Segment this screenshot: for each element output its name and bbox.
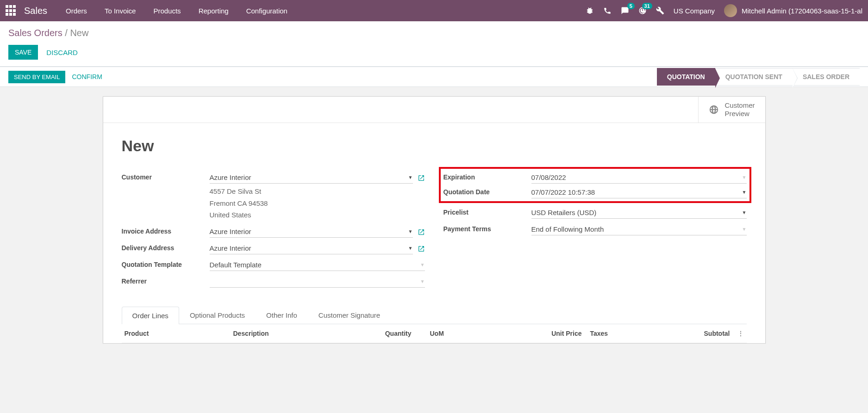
- highlight-box: Expiration 07/08/2022 ▼ Quotation Date: [439, 167, 751, 203]
- chevron-down-icon: ▼: [420, 262, 425, 267]
- tab-other-info[interactable]: Other Info: [256, 306, 308, 324]
- status-quotation[interactable]: QUOTATION: [657, 68, 715, 86]
- expiration-input[interactable]: 07/08/2022 ▼: [531, 172, 747, 184]
- top-navbar: Sales Orders To Invoice Products Reporti…: [0, 0, 868, 21]
- phone-icon[interactable]: [603, 6, 612, 15]
- confirm-button[interactable]: CONFIRM: [72, 73, 102, 80]
- messages-badge: 5: [627, 3, 635, 9]
- statusbar: QUOTATION QUOTATION SENT SALES ORDER: [657, 68, 860, 86]
- col-uom: UoM: [412, 330, 472, 337]
- chevron-down-icon: ▼: [420, 279, 425, 284]
- chevron-down-icon: ▼: [408, 246, 413, 251]
- apps-icon[interactable]: [6, 5, 17, 16]
- form-sheet: Customer Preview New Customer Azure Inte…: [103, 96, 766, 344]
- globe-icon: [709, 105, 719, 115]
- quotation-date-input[interactable]: 07/07/2022 10:57:38 ▼: [531, 186, 747, 198]
- customer-input[interactable]: Azure Interior ▼: [210, 172, 413, 184]
- tab-order-lines[interactable]: Order Lines: [122, 307, 179, 324]
- payment-terms-input[interactable]: End of Following Month ▼: [531, 223, 747, 235]
- external-link-icon[interactable]: [418, 245, 425, 253]
- activity-icon[interactable]: 31: [638, 6, 647, 15]
- breadcrumb-root[interactable]: Sales Orders: [8, 28, 62, 38]
- invoice-address-label: Invoice Address: [122, 226, 210, 235]
- menu-products[interactable]: Products: [153, 7, 181, 15]
- tab-customer-signature[interactable]: Customer Signature: [308, 306, 391, 324]
- kebab-icon[interactable]: ⋮: [730, 330, 744, 337]
- tabs: Order Lines Optional Products Other Info…: [122, 306, 747, 324]
- order-lines-header: Product Description Quantity UoM Unit Pr…: [122, 324, 747, 343]
- col-product: Product: [125, 330, 233, 337]
- user-name: Mitchell Admin (17204063-saas-15-1-al: [742, 7, 862, 15]
- referrer-label: Referrer: [122, 276, 210, 285]
- statusbar-row: SEND BY EMAIL CONFIRM QUOTATION QUOTATIO…: [0, 67, 868, 87]
- app-brand[interactable]: Sales: [24, 6, 47, 16]
- col-subtotal: Subtotal: [665, 330, 730, 337]
- menu-to-invoice[interactable]: To Invoice: [105, 7, 136, 15]
- breadcrumb-current: New: [70, 28, 88, 38]
- messages-icon[interactable]: 5: [621, 6, 629, 15]
- send-email-button[interactable]: SEND BY EMAIL: [8, 71, 65, 83]
- quotation-date-label: Quotation Date: [443, 186, 531, 196]
- chevron-down-icon: ▼: [742, 210, 747, 215]
- external-link-icon[interactable]: [418, 228, 425, 236]
- customer-address: 4557 De Silva St Fremont CA 94538 United…: [210, 185, 413, 221]
- pricelist-label: Pricelist: [443, 207, 531, 216]
- chevron-down-icon: ▼: [408, 175, 413, 180]
- menu-configuration[interactable]: Configuration: [246, 7, 287, 15]
- main-menu: Orders To Invoice Products Reporting Con…: [66, 7, 287, 15]
- customer-label: Customer: [122, 172, 210, 181]
- menu-orders[interactable]: Orders: [66, 7, 87, 15]
- tools-icon[interactable]: [656, 6, 664, 15]
- delivery-address-input[interactable]: Azure Interior ▼: [210, 242, 413, 254]
- form-right-col: Expiration 07/08/2022 ▼ Quotation Date: [443, 172, 747, 292]
- status-quotation-sent[interactable]: QUOTATION SENT: [715, 68, 793, 86]
- activity-badge: 31: [642, 3, 652, 9]
- chevron-down-icon: ▼: [408, 229, 413, 234]
- record-title: New: [122, 137, 747, 155]
- external-link-icon[interactable]: [418, 174, 425, 182]
- bug-icon[interactable]: [586, 6, 594, 15]
- chevron-down-icon: ▼: [742, 227, 747, 232]
- pricelist-input[interactable]: USD Retailers (USD) ▼: [531, 207, 747, 219]
- quotation-template-label: Quotation Template: [122, 259, 210, 268]
- preview-line1: Customer: [724, 101, 755, 110]
- discard-button[interactable]: DISCARD: [46, 49, 78, 56]
- control-panel: Sales Orders / New SAVE DISCARD: [0, 21, 868, 67]
- customer-preview-button[interactable]: Customer Preview: [698, 97, 765, 123]
- col-taxes: Taxes: [582, 330, 665, 337]
- company-selector[interactable]: US Company: [674, 7, 715, 15]
- col-description: Description: [233, 330, 361, 337]
- col-quantity: Quantity: [361, 330, 412, 337]
- invoice-address-input[interactable]: Azure Interior ▼: [210, 226, 413, 238]
- referrer-input[interactable]: ▼: [210, 276, 425, 288]
- preview-line2: Preview: [724, 110, 755, 118]
- breadcrumb: Sales Orders / New: [8, 28, 860, 38]
- delivery-address-label: Delivery Address: [122, 242, 210, 252]
- chevron-down-icon: ▼: [742, 175, 747, 180]
- menu-reporting[interactable]: Reporting: [199, 7, 229, 15]
- user-menu[interactable]: Mitchell Admin (17204063-saas-15-1-al: [724, 4, 862, 17]
- payment-terms-label: Payment Terms: [443, 223, 531, 233]
- col-unit-price: Unit Price: [531, 330, 582, 337]
- quotation-template-input[interactable]: Default Template ▼: [210, 259, 425, 271]
- tab-optional-products[interactable]: Optional Products: [179, 306, 256, 324]
- form-left-col: Customer Azure Interior ▼ 4557 De Silva …: [122, 172, 425, 292]
- status-sales-order[interactable]: SALES ORDER: [793, 68, 860, 86]
- chevron-down-icon: ▼: [742, 190, 747, 195]
- save-button[interactable]: SAVE: [8, 45, 38, 60]
- expiration-label: Expiration: [443, 172, 531, 181]
- avatar: [724, 4, 737, 17]
